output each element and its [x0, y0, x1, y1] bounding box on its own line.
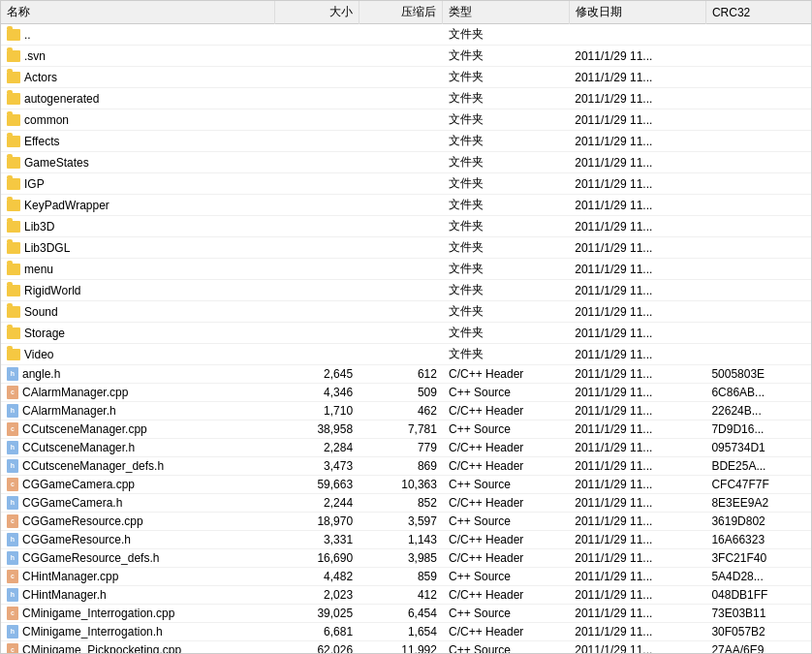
table-row[interactable]: cCAlarmManager.cpp4,346509C++ Source2011…	[1, 384, 811, 402]
table-row[interactable]: Lib3D文件夹2011/1/29 11...	[1, 216, 811, 237]
cell-size	[274, 280, 359, 301]
cell-hash: 30F057B2	[705, 623, 811, 641]
table-container[interactable]: 名称 大小 压缩后 类型 修改日期 CRC32 ..文件夹.svn文件夹2011…	[1, 1, 811, 653]
table-row[interactable]: Storage文件夹2011/1/29 11...	[1, 323, 811, 344]
cell-packed	[359, 323, 443, 344]
col-header-size[interactable]: 大小	[274, 1, 359, 24]
file-name-text: Lib3DGL	[24, 241, 70, 255]
cell-modified: 2011/1/29 11...	[569, 568, 705, 586]
cell-size	[274, 173, 359, 195]
cell-hash	[705, 280, 811, 301]
folder-icon	[7, 285, 20, 296]
cell-name: cCHintManager.cpp	[1, 568, 274, 586]
cell-name: Lib3DGL	[1, 237, 274, 259]
cell-type: 文件夹	[443, 237, 569, 259]
table-row[interactable]: cCMinigame_Pickpocketing.cpp62,02611,992…	[1, 641, 811, 654]
cell-packed	[359, 259, 443, 280]
cell-modified: 2011/1/29 11...	[569, 301, 705, 323]
table-row[interactable]: common文件夹2011/1/29 11...	[1, 109, 811, 131]
file-name-text: CMinigame_Pickpocketing.cpp	[22, 643, 181, 653]
cell-modified: 2011/1/29 11...	[569, 420, 705, 439]
table-row[interactable]: cCGGameCamera.cpp59,66310,363C++ Source2…	[1, 476, 811, 494]
col-header-name[interactable]: 名称	[1, 1, 274, 24]
table-row[interactable]: Sound文件夹2011/1/29 11...	[1, 301, 811, 323]
cell-packed: 3,985	[359, 549, 443, 568]
table-row[interactable]: cCCutsceneManager.cpp38,9587,781C++ Sour…	[1, 420, 811, 439]
file-name-text: CAlarmManager.cpp	[22, 386, 128, 399]
table-row[interactable]: GameStates文件夹2011/1/29 11...	[1, 152, 811, 173]
cell-modified: 2011/1/29 11...	[569, 259, 705, 280]
table-row[interactable]: hangle.h2,645612C/C++ Header2011/1/29 11…	[1, 365, 811, 384]
cell-name: hCCutsceneManager.h	[1, 439, 274, 457]
cell-type: 文件夹	[443, 67, 569, 88]
table-row[interactable]: Effects文件夹2011/1/29 11...	[1, 131, 811, 152]
table-row[interactable]: ..文件夹	[1, 24, 811, 46]
table-row[interactable]: hCCutsceneManager_defs.h3,473869C/C++ He…	[1, 457, 811, 476]
cell-hash	[705, 46, 811, 67]
cell-hash	[705, 259, 811, 280]
cell-type: C++ Source	[443, 513, 569, 531]
cell-type: 文件夹	[443, 259, 569, 280]
cell-modified	[569, 24, 705, 46]
table-row[interactable]: KeyPadWrapper文件夹2011/1/29 11...	[1, 195, 811, 216]
cpp-file-icon: c	[7, 607, 18, 620]
table-row[interactable]: cCHintManager.cpp4,482859C++ Source2011/…	[1, 568, 811, 586]
cell-modified: 2011/1/29 11...	[569, 131, 705, 152]
table-row[interactable]: hCGGameResource.h3,3311,143C/C++ Header2…	[1, 531, 811, 549]
col-header-hash[interactable]: CRC32	[705, 1, 811, 24]
cell-modified: 2011/1/29 11...	[569, 549, 705, 568]
folder-icon	[7, 200, 20, 211]
table-row[interactable]: hCHintManager.h2,023412C/C++ Header2011/…	[1, 586, 811, 605]
cell-size	[274, 152, 359, 173]
cell-name: hCCutsceneManager_defs.h	[1, 457, 274, 476]
cell-name: common	[1, 109, 274, 131]
cell-modified: 2011/1/29 11...	[569, 216, 705, 237]
cell-hash	[705, 67, 811, 88]
table-row[interactable]: Actors文件夹2011/1/29 11...	[1, 67, 811, 88]
cell-packed: 852	[359, 494, 443, 513]
table-row[interactable]: IGP文件夹2011/1/29 11...	[1, 173, 811, 195]
file-name-text: ..	[24, 28, 31, 42]
col-header-type[interactable]: 类型	[443, 1, 569, 24]
cell-type: 文件夹	[443, 280, 569, 301]
table-row[interactable]: autogenerated文件夹2011/1/29 11...	[1, 88, 811, 109]
cell-packed	[359, 216, 443, 237]
file-name-text: menu	[24, 263, 53, 276]
table-row[interactable]: hCGGameCamera.h2,244852C/C++ Header2011/…	[1, 494, 811, 513]
table-row[interactable]: hCGGameResource_defs.h16,6903,985C/C++ H…	[1, 549, 811, 568]
cell-size: 59,663	[274, 476, 359, 494]
cell-hash: 6C86AB...	[705, 384, 811, 402]
table-row[interactable]: cCGGameResource.cpp18,9703,597C++ Source…	[1, 513, 811, 531]
table-row[interactable]: cCMinigame_Interrogation.cpp39,0256,454C…	[1, 605, 811, 623]
col-header-modified[interactable]: 修改日期	[569, 1, 705, 24]
cell-name: Sound	[1, 301, 274, 323]
cell-packed: 1,654	[359, 623, 443, 641]
cell-size: 18,970	[274, 513, 359, 531]
cell-type: C++ Source	[443, 605, 569, 623]
cell-size: 2,023	[274, 586, 359, 605]
cell-modified: 2011/1/29 11...	[569, 67, 705, 88]
table-row[interactable]: RigidWorld文件夹2011/1/29 11...	[1, 280, 811, 301]
cell-hash: 16A66323	[705, 531, 811, 549]
cell-size	[274, 24, 359, 46]
table-row[interactable]: hCCutsceneManager.h2,284779C/C++ Header2…	[1, 439, 811, 457]
cell-name: ..	[1, 24, 274, 46]
col-header-packed[interactable]: 压缩后	[359, 1, 443, 24]
table-row[interactable]: .svn文件夹2011/1/29 11...	[1, 46, 811, 67]
table-row[interactable]: Lib3DGL文件夹2011/1/29 11...	[1, 237, 811, 259]
table-row[interactable]: Video文件夹2011/1/29 11...	[1, 344, 811, 365]
cell-name: cCAlarmManager.cpp	[1, 384, 274, 402]
cell-hash	[705, 131, 811, 152]
file-name-text: GameStates	[24, 156, 89, 170]
table-row[interactable]: menu文件夹2011/1/29 11...	[1, 259, 811, 280]
table-row[interactable]: hCMinigame_Interrogation.h6,6811,654C/C+…	[1, 623, 811, 641]
file-name-text: RigidWorld	[24, 284, 80, 297]
cell-name: autogenerated	[1, 88, 274, 109]
cell-packed: 869	[359, 457, 443, 476]
cell-hash: 048DB1FF	[705, 586, 811, 605]
cell-hash	[705, 24, 811, 46]
table-row[interactable]: hCAlarmManager.h1,710462C/C++ Header2011…	[1, 402, 811, 420]
cell-packed	[359, 173, 443, 195]
cell-modified: 2011/1/29 11...	[569, 109, 705, 131]
header-file-icon: h	[7, 404, 18, 418]
